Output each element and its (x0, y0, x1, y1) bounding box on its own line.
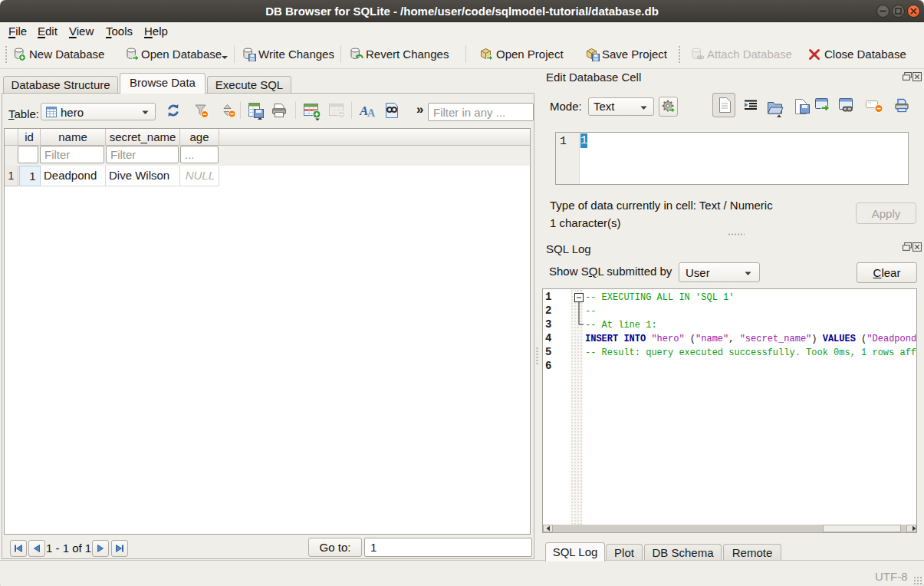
svg-text:A: A (367, 107, 376, 118)
